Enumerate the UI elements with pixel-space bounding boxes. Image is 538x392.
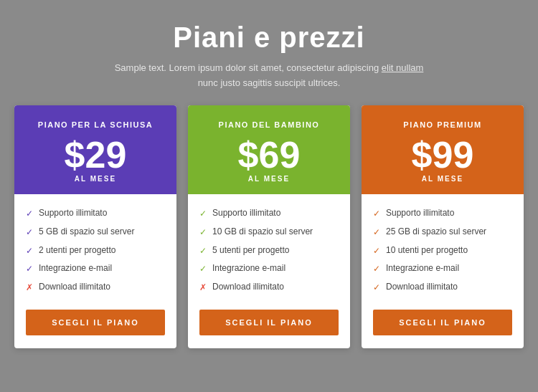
plan-features: ✓ Supporto illimitato ✓ 25 GB di spazio … [362,194,524,310]
feature-text: Download illimitato [212,281,284,293]
feature-text: 10 GB di spazio sul server [212,226,313,238]
subtitle-text-2: nunc justo sagittis suscipit ultrices. [198,77,341,88]
feature-item: ✗ Download illimitato [199,281,339,294]
feature-text: Supporto illimitato [386,207,454,219]
feature-text: 5 utenti per progetto [212,244,289,257]
plan-card-piano-premium: PIANO PREMIUM $99 AL MESE ✓ Supporto ill… [362,105,524,348]
plan-cta-container: SCEGLI IL PIANO [14,310,176,348]
plan-period: AL MESE [29,175,162,183]
feature-item: ✓ 5 GB di spazio sul server [26,226,165,239]
plan-card-piano-la-schiusa: PIANO PER LA SCHIUSA $29 AL MESE ✓ Suppo… [14,105,176,348]
feature-item: ✓ 10 utenti per progetto [373,244,512,257]
subtitle-text-1: Sample text. Lorem ipsum dolor sit amet,… [115,62,382,73]
plan-header-piano-premium: PIANO PREMIUM $99 AL MESE [362,105,524,194]
feature-text: 2 utenti per progetto [39,244,115,257]
check-icon: ✓ [373,263,380,275]
plan-period: AL MESE [376,175,509,183]
plan-features: ✓ Supporto illimitato ✓ 5 GB di spazio s… [14,194,176,310]
check-icon: ✓ [199,208,207,220]
feature-text: 10 utenti per progetto [386,244,468,257]
feature-item: ✓ Integrazione e-mail [26,262,165,275]
cta-button-piano-la-schiusa[interactable]: SCEGLI IL PIANO [26,310,165,335]
feature-text: Download illimitato [39,281,110,293]
plan-cta-container: SCEGLI IL PIANO [188,310,350,348]
plan-price: $29 [29,136,162,173]
check-icon: ✓ [26,245,33,257]
plan-name: PIANO DEL BAMBINO [202,120,336,130]
feature-text: Supporto illimitato [39,207,107,219]
feature-item: ✓ Supporto illimitato [373,207,512,220]
feature-text: Download illimitato [386,281,458,293]
feature-item: ✓ Download illimitato [373,281,512,294]
feature-item: ✓ Integrazione e-mail [199,262,339,275]
plan-period: AL MESE [202,175,336,183]
plan-cta-container: SCEGLI IL PIANO [362,310,524,348]
check-icon: ✓ [26,226,33,239]
feature-item: ✓ 2 utenti per progetto [26,244,165,257]
check-icon: ✓ [26,263,33,275]
feature-text: 25 GB di spazio sul server [386,226,486,238]
check-icon: ✓ [373,208,380,220]
feature-text: 5 GB di spazio sul server [39,226,134,238]
check-icon: ✓ [373,282,380,294]
feature-item: ✓ 10 GB di spazio sul server [199,226,339,239]
feature-item: ✓ Supporto illimitato [26,207,165,220]
page-subtitle: Sample text. Lorem ipsum dolor sit amet,… [115,61,424,91]
feature-text: Integrazione e-mail [39,262,112,274]
check-icon: ✓ [199,226,207,239]
plan-price: $69 [202,136,336,173]
check-icon: ✓ [199,245,207,257]
plan-name: PIANO PREMIUM [376,120,509,130]
subtitle-link[interactable]: elit nullam [382,62,424,73]
feature-text: Supporto illimitato [212,207,280,219]
feature-item: ✓ Integrazione e-mail [373,262,512,275]
plans-container: PIANO PER LA SCHIUSA $29 AL MESE ✓ Suppo… [14,105,524,348]
feature-item: ✓ 25 GB di spazio sul server [373,226,512,239]
check-icon: ✓ [373,226,380,239]
check-icon: ✓ [26,208,33,220]
page-title: Piani e prezzi [115,21,424,54]
cta-button-piano-bambino[interactable]: SCEGLI IL PIANO [199,310,339,335]
plan-price: $99 [376,136,509,173]
feature-item: ✓ Supporto illimitato [199,207,339,220]
feature-item: ✓ 5 utenti per progetto [199,244,339,257]
plan-features: ✓ Supporto illimitato ✓ 10 GB di spazio … [188,194,350,310]
feature-item: ✗ Download illimitato [26,281,165,294]
check-icon: ✓ [199,263,207,275]
page-header: Piani e prezzi Sample text. Lorem ipsum … [115,21,424,91]
plan-header-piano-la-schiusa: PIANO PER LA SCHIUSA $29 AL MESE [14,105,176,194]
plan-card-piano-bambino: PIANO DEL BAMBINO $69 AL MESE ✓ Supporto… [188,105,350,348]
check-icon: ✓ [373,245,380,257]
cta-button-piano-premium[interactable]: SCEGLI IL PIANO [373,310,512,335]
feature-text: Integrazione e-mail [212,262,285,274]
plan-name: PIANO PER LA SCHIUSA [29,120,162,130]
cross-icon: ✗ [199,282,207,294]
feature-text: Integrazione e-mail [386,262,459,274]
plan-header-piano-bambino: PIANO DEL BAMBINO $69 AL MESE [188,105,350,194]
cross-icon: ✗ [26,282,33,294]
